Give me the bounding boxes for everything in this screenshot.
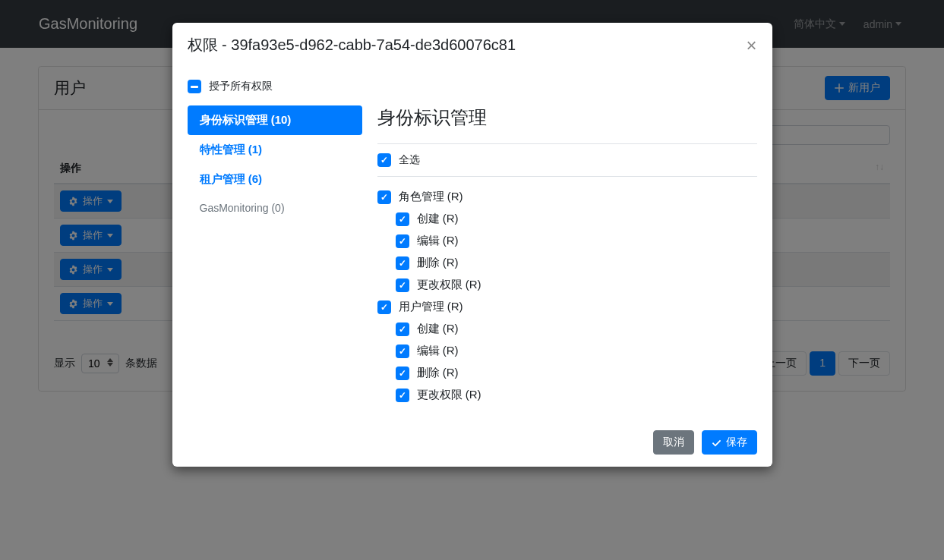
permission-label: 角色管理 (R) xyxy=(399,190,463,204)
permission-checkbox[interactable]: ✓ xyxy=(396,234,409,248)
permission-item: ✓用户管理 (R) xyxy=(377,296,757,318)
select-all-label: 全选 xyxy=(399,153,420,167)
permission-checkbox[interactable]: ✓ xyxy=(396,256,409,270)
permission-label: 删除 (R) xyxy=(417,256,459,270)
permission-tab[interactable]: 身份标识管理 (10) xyxy=(188,105,362,135)
permission-item: ✓删除 (R) xyxy=(377,252,757,274)
permissions-modal: 权限 - 39fa93e5-d962-cabb-7a54-de3d60076c8… xyxy=(172,23,772,410)
permission-label: 用户管理 (R) xyxy=(399,300,463,314)
divider xyxy=(377,176,757,177)
permission-label: 更改权限 (R) xyxy=(417,278,481,292)
permission-item: ✓更改权限 (R) xyxy=(377,384,757,406)
permission-checkbox[interactable]: ✓ xyxy=(396,389,409,402)
permission-label: 删除 (R) xyxy=(417,366,459,380)
modal-title: 权限 - 39fa93e5-d962-cabb-7a54-de3d60076c8… xyxy=(188,35,516,55)
permission-item: ✓编辑 (R) xyxy=(377,340,757,362)
permission-tab[interactable]: 租户管理 (6) xyxy=(188,165,362,194)
permission-checkbox[interactable]: ✓ xyxy=(377,190,391,204)
permission-item: ✓创建 (R) xyxy=(377,208,757,230)
permission-tab[interactable]: GasMonitoring (0) xyxy=(188,194,362,222)
permission-item: ✓编辑 (R) xyxy=(377,230,757,252)
permission-item: ✓更改权限 (R) xyxy=(377,274,757,296)
permission-item: ✓创建 (R) xyxy=(377,318,757,340)
permission-item: ✓删除 (R) xyxy=(377,362,757,384)
permission-item: ✓角色管理 (R) xyxy=(377,186,757,208)
permission-label: 编辑 (R) xyxy=(417,234,459,248)
divider xyxy=(377,143,757,144)
permission-label: 创建 (R) xyxy=(417,212,459,226)
permission-checkbox[interactable]: ✓ xyxy=(377,300,391,314)
permission-list: ✓角色管理 (R)✓创建 (R)✓编辑 (R)✓删除 (R)✓更改权限 (R)✓… xyxy=(377,186,757,406)
permission-checkbox[interactable]: ✓ xyxy=(396,344,409,358)
permission-tab[interactable]: 特性管理 (1) xyxy=(188,135,362,165)
permission-section-title: 身份标识管理 xyxy=(377,105,757,130)
permission-label: 编辑 (R) xyxy=(417,344,459,358)
permission-tabs: 身份标识管理 (10)特性管理 (1)租户管理 (6)GasMonitoring… xyxy=(188,105,362,406)
permission-label: 创建 (R) xyxy=(417,322,459,336)
permission-checkbox[interactable]: ✓ xyxy=(396,367,409,380)
select-all-checkbox[interactable]: ✓ xyxy=(377,153,391,167)
grant-all-checkbox[interactable] xyxy=(188,80,201,93)
permission-checkbox[interactable]: ✓ xyxy=(396,212,409,226)
grant-all-label: 授予所有权限 xyxy=(209,80,273,93)
permission-checkbox[interactable]: ✓ xyxy=(396,278,409,292)
close-button[interactable]: × xyxy=(746,36,756,55)
permission-label: 更改权限 (R) xyxy=(417,388,481,402)
permission-checkbox[interactable]: ✓ xyxy=(396,322,409,336)
